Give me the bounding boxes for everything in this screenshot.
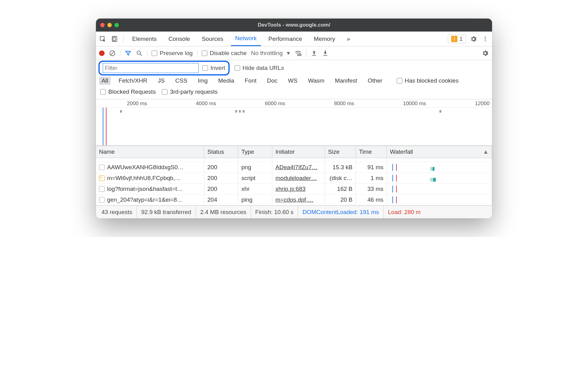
timeline-overview[interactable]: 2000 ms 4000 ms 6000 ms 8000 ms 10000 ms… [96,99,492,146]
tabs-overflow-button[interactable]: » [343,32,355,46]
record-button[interactable] [99,50,105,56]
col-type[interactable]: Type [238,146,272,158]
has-blocked-cookies-checkbox[interactable]: Has blocked cookies [397,77,459,84]
filter-bar: Invert Hide data URLs [96,60,492,76]
type-ws[interactable]: WS [286,77,300,85]
status-finish: Finish: 10.60 s [251,206,298,218]
type-media[interactable]: Media [216,77,237,85]
col-status[interactable]: Status [204,146,238,158]
status-domcontentloaded: DOMContentLoaded: 191 ms [298,206,383,218]
table-row[interactable]: log?format=json&hasfast=t… [96,184,204,195]
col-size[interactable]: Size [325,146,356,158]
tab-memory[interactable]: Memory [309,32,339,46]
col-waterfall[interactable]: Waterfall▲ [387,146,492,158]
filter-highlight: Invert [98,61,230,75]
search-icon[interactable] [136,50,143,57]
svg-point-10 [298,54,299,55]
type-font[interactable]: Font [242,77,259,85]
status-load: Load: 280 m [384,206,425,218]
type-css[interactable]: CSS [173,77,190,85]
blocked-requests-checkbox[interactable]: Blocked Requests [100,88,156,95]
svg-line-7 [110,51,115,55]
type-manifest[interactable]: Manifest [332,77,360,85]
status-bar: 43 requests 92.9 kB transferred 2.4 MB r… [96,205,492,218]
table-row[interactable]: gen_204?atyp=i&r=1&ei=8… [96,195,204,205]
tab-network[interactable]: Network [231,32,261,46]
hide-data-urls-checkbox[interactable]: Hide data URLs [235,65,284,71]
type-doc[interactable]: Doc [265,77,280,85]
upload-icon[interactable] [311,50,318,57]
type-other[interactable]: Other [365,77,385,85]
tab-console[interactable]: Console [164,32,194,46]
status-resources: 2.4 MB resources [196,206,251,218]
svg-rect-2 [113,37,115,41]
tab-performance[interactable]: Performance [264,32,306,46]
svg-line-9 [140,54,142,56]
status-transferred: 92.9 kB transferred [137,206,196,218]
col-time[interactable]: Time [356,146,387,158]
status-requests: 43 requests [97,206,137,218]
filter-funnel-icon[interactable] [125,50,132,57]
svg-point-11 [299,54,301,56]
settings-gear-icon[interactable] [469,35,478,43]
tab-sources[interactable]: Sources [197,32,228,46]
col-initiator[interactable]: Initiator [272,146,325,158]
devtools-window: DevTools - www.google.com/ Elements Cons… [96,19,492,218]
type-img[interactable]: Img [195,77,210,85]
type-fetch-xhr[interactable]: Fetch/XHR [116,77,150,85]
table-row[interactable]: m=Wt6vjf,hhhU8,FCpbqb,… [96,173,204,184]
device-toolbar-icon[interactable] [110,35,119,43]
filter-row-2: Blocked Requests 3rd-party requests [96,87,492,99]
col-name[interactable]: Name [96,146,204,158]
network-conditions-icon[interactable] [294,49,302,57]
type-js[interactable]: JS [155,77,167,85]
throttling-select[interactable]: No throttling [251,50,283,57]
invert-checkbox[interactable]: Invert [202,65,225,71]
network-toolbar: Preserve log Disable cache No throttling… [96,46,492,60]
titlebar: DevTools - www.google.com/ [96,19,492,32]
type-all[interactable]: All [99,77,110,85]
table-row[interactable]: AAWUweXANHG8IddxgS0… [96,162,204,173]
filter-input[interactable] [103,63,199,73]
warning-icon: ! [451,36,457,42]
clear-icon[interactable] [109,50,116,57]
panel-settings-gear-icon[interactable] [482,49,489,57]
issues-badge[interactable]: ! 1 [448,35,466,43]
svg-point-3 [485,36,486,37]
inspect-element-icon[interactable] [98,35,107,43]
timeline-ticks: 2000 ms 4000 ms 6000 ms 8000 ms 10000 ms… [96,99,492,107]
window-title: DevTools - www.google.com/ [96,22,492,28]
download-icon[interactable] [322,50,329,57]
third-party-checkbox[interactable]: 3rd-party requests [162,88,218,95]
preserve-log-checkbox[interactable]: Preserve log [152,50,193,57]
panel-tabs: Elements Console Sources Network Perform… [96,32,492,46]
disable-cache-checkbox[interactable]: Disable cache [202,50,247,57]
svg-point-5 [485,40,486,41]
issues-count: 1 [459,36,463,42]
svg-rect-12 [312,55,316,56]
kebab-menu-icon[interactable] [481,35,490,43]
request-table: Name Status Type Initiator Size Time Wat… [96,146,492,205]
svg-point-4 [485,38,486,39]
svg-rect-13 [323,55,327,56]
tab-elements[interactable]: Elements [128,32,161,46]
type-wasm[interactable]: Wasm [305,77,327,85]
chevron-down-icon[interactable]: ▾ [287,49,290,57]
svg-point-8 [137,51,141,54]
resource-type-filters: All Fetch/XHR JS CSS Img Media Font Doc … [96,76,492,87]
